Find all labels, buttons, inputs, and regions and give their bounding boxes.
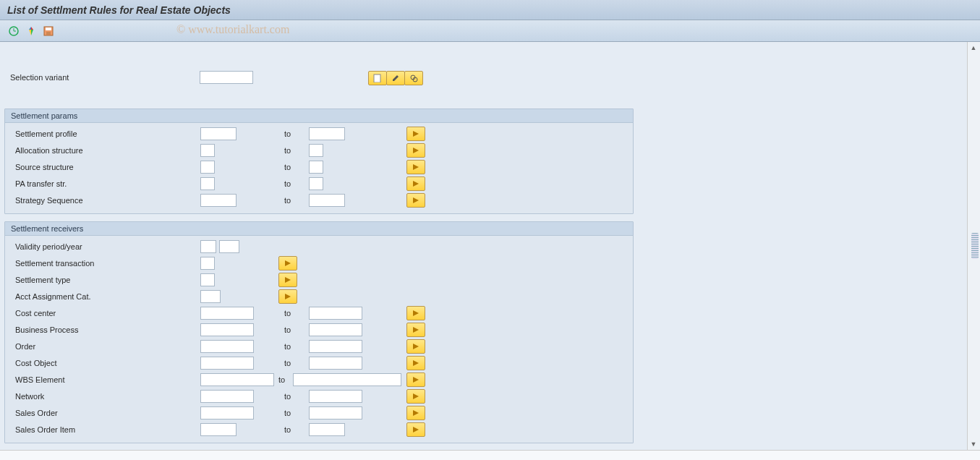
arrow-right-icon (413, 427, 419, 433)
sales-order-to[interactable] (309, 406, 362, 419)
sales-order-item-from[interactable] (200, 423, 237, 436)
to-label: to (284, 179, 291, 188)
allocation-structure-label: Allocation structure (5, 146, 200, 155)
pa-transfer-str-from[interactable] (200, 177, 215, 190)
sales-order-item-row: Sales Order Item to (5, 422, 633, 438)
scroll-down-icon[interactable]: ▼ (968, 438, 979, 450)
toolbar (0, 20, 980, 42)
svg-rect-8 (46, 27, 51, 30)
status-bar (0, 450, 980, 460)
cost-object-row: Cost Object to (5, 355, 633, 371)
settlement-type-row: Settlement type (5, 272, 633, 288)
acct-assignment-cat-multi-button[interactable] (278, 289, 297, 304)
arrow-right-icon (413, 327, 419, 333)
to-label: to (284, 163, 291, 171)
display-variant-button[interactable] (404, 71, 423, 85)
source-structure-from[interactable] (200, 161, 215, 174)
allocation-structure-multi-button[interactable] (406, 143, 425, 158)
cost-center-to[interactable] (309, 307, 362, 320)
business-process-to[interactable] (309, 323, 362, 336)
cost-object-to[interactable] (309, 357, 362, 370)
variant-icon[interactable] (25, 25, 38, 38)
arrow-right-icon (285, 277, 291, 283)
wbs-element-row: WBS Element to (5, 372, 633, 388)
business-process-row: Business Process to (5, 322, 633, 338)
settlement-profile-to[interactable] (309, 127, 345, 140)
to-label: to (284, 146, 291, 155)
business-process-multi-button[interactable] (406, 323, 425, 337)
cost-object-multi-button[interactable] (406, 356, 425, 370)
sales-order-item-to[interactable] (309, 423, 345, 436)
arrow-right-icon (413, 181, 419, 187)
wbs-element-from[interactable] (200, 373, 274, 386)
allocation-structure-to[interactable] (309, 144, 323, 157)
arrow-right-icon (413, 131, 419, 137)
network-to[interactable] (309, 390, 362, 403)
pa-transfer-str-to[interactable] (309, 177, 323, 190)
settlement-params-header: Settlement params (5, 109, 633, 123)
vertical-scrollbar[interactable]: ▲ ▼ (967, 42, 980, 450)
cost-center-multi-button[interactable] (406, 306, 425, 320)
strategy-sequence-label: Strategy Sequence (5, 196, 200, 205)
strategy-sequence-from[interactable] (200, 194, 237, 207)
order-to[interactable] (309, 340, 362, 353)
scroll-up-icon[interactable]: ▲ (968, 42, 979, 54)
to-label: to (284, 325, 291, 334)
acct-assignment-cat-input[interactable] (200, 290, 221, 303)
arrow-right-icon (285, 294, 291, 299)
wbs-element-multi-button[interactable] (406, 372, 425, 387)
validity-period-input[interactable] (200, 240, 216, 253)
sales-order-row: Sales Order to (5, 405, 633, 421)
cost-center-from[interactable] (200, 307, 254, 320)
to-label: to (284, 409, 291, 417)
acct-assignment-cat-row: Acct Assignment Cat. (5, 289, 633, 304)
wbs-element-to[interactable] (293, 373, 401, 386)
validity-year-input[interactable] (219, 240, 239, 253)
settlement-params-group: Settlement params Settlement profile to … (4, 108, 634, 214)
business-process-from[interactable] (200, 323, 254, 336)
sales-order-multi-button[interactable] (406, 406, 425, 420)
arrow-right-icon (413, 410, 419, 416)
cost-center-row: Cost center to (5, 305, 633, 321)
to-label: to (278, 375, 285, 384)
arrow-right-icon (413, 393, 419, 399)
sales-order-item-multi-button[interactable] (406, 422, 425, 437)
edit-variant-button[interactable] (386, 71, 405, 85)
settlement-transaction-multi-button[interactable] (278, 256, 297, 271)
source-structure-multi-button[interactable] (406, 160, 425, 174)
selection-variant-row: Selection variant (4, 71, 963, 90)
settlement-profile-from[interactable] (200, 127, 237, 140)
source-structure-to[interactable] (309, 161, 323, 174)
save-icon[interactable] (42, 25, 55, 38)
arrow-right-icon (413, 377, 419, 383)
strategy-sequence-multi-button[interactable] (406, 193, 425, 208)
settlement-transaction-label: Settlement transaction (5, 259, 200, 268)
settlement-profile-multi-button[interactable] (406, 127, 425, 141)
network-multi-button[interactable] (406, 389, 425, 404)
cost-object-from[interactable] (200, 357, 254, 370)
page-title: List of Settlment Rules for Real Estate … (7, 4, 231, 16)
settlement-receivers-header: Settlement receivers (5, 222, 633, 236)
pa-transfer-str-multi-button[interactable] (406, 176, 425, 191)
svg-marker-3 (31, 27, 33, 30)
execute-icon[interactable] (7, 25, 20, 38)
settlement-type-multi-button[interactable] (278, 273, 297, 287)
allocation-structure-from[interactable] (200, 144, 215, 157)
scroll-drag-handle[interactable] (971, 233, 979, 259)
network-from[interactable] (200, 390, 254, 403)
settlement-transaction-row: Settlement transaction (5, 255, 633, 271)
content-area: Selection variant Settlement params Sett… (0, 42, 967, 450)
strategy-sequence-to[interactable] (309, 194, 345, 207)
selection-variant-input[interactable] (200, 71, 253, 84)
order-multi-button[interactable] (406, 339, 425, 354)
create-variant-button[interactable] (368, 71, 387, 85)
pa-transfer-str-row: PA transfer str. to (5, 176, 633, 192)
cost-center-label: Cost center (5, 309, 200, 318)
sales-order-item-label: Sales Order Item (5, 425, 200, 434)
sales-order-from[interactable] (200, 406, 254, 419)
order-from[interactable] (200, 340, 254, 353)
selection-variant-buttons (368, 71, 423, 85)
settlement-type-input[interactable] (200, 273, 215, 286)
settlement-transaction-input[interactable] (200, 257, 215, 270)
allocation-structure-row: Allocation structure to (5, 142, 633, 158)
